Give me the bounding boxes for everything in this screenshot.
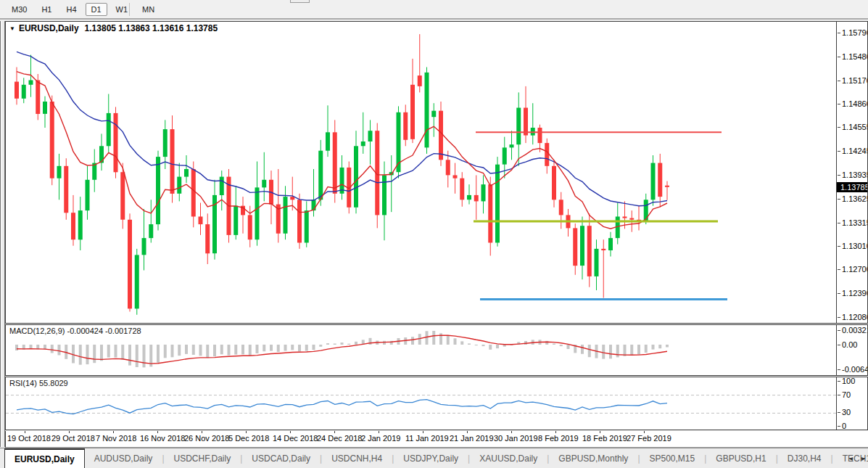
rsi-indicator-panel: RSI(14) 55.8029 10070300 [5,377,868,430]
chart-tab-usdchf[interactable]: USDCHF,Daily [165,448,241,468]
rsi-title: RSI(14) [9,379,37,387]
macd-axis[interactable]: 0.0032160.00-0.006482 [837,325,867,375]
date-axis-label: 19 Oct 2018 [7,434,51,443]
timeframe-button-mn[interactable]: MN [136,3,160,16]
price-chart-plot[interactable]: ▼EURUSD,Daily1.13805 1.13863 1.13616 1.1… [6,22,837,323]
rsi-axis-label: 100 [837,377,855,386]
date-axis-label: 29 Oct 2018 [51,434,95,443]
macd-histogram [15,331,669,367]
chart-tab-eurusd[interactable]: EURUSD,Daily [4,448,85,468]
date-axis-label: 26 Nov 2018 [184,434,229,443]
chart-tab-dj30[interactable]: DJ30,H4 [778,448,831,468]
price-axis-label: 1.13935 [837,171,867,180]
candlesticks [15,34,669,315]
date-axis-tick [290,431,291,433]
chart-tab-sp500[interactable]: SP500,M15 [640,448,705,468]
rsi-line [17,400,667,414]
chart-title: ▼EURUSD,Daily1.13805 1.13863 1.13616 1.1… [9,23,218,33]
date-axis-label: 8 Feb 2019 [538,434,579,443]
macd-plot[interactable]: MACD(12,26,9) -0.000424 -0.001728 [6,325,837,375]
timeframe-button-group: M30H1H4D1W1MN [4,0,162,16]
date-axis-label: 11 Jan 2019 [405,434,449,443]
price-axis-label: 1.15480 [837,52,867,62]
chart-tab-xauusd[interactable]: XAUUSD,Daily [470,448,547,468]
main-chart-panel: ▼EURUSD,Daily1.13805 1.13863 1.13616 1.1… [5,21,868,324]
price-axis-label: 1.15170 [837,76,867,86]
date-axis-tick [511,431,512,433]
tab-scroll-left-icon[interactable]: ◂ [849,454,853,462]
date-axis-tick [246,431,247,433]
date-axis-label: 18 Feb 2019 [582,434,627,443]
chart-tab-usdcnh[interactable]: USDCNH,H4 [322,448,392,468]
price-axis[interactable]: 1.157901.154801.151701.148601.145551.142… [837,22,867,323]
chart-tab-usdcad[interactable]: USDCAD,Daily [242,448,320,468]
timeframe-button-d1[interactable]: D1 [86,3,107,16]
rsi-value: 55.8029 [39,379,68,387]
rsi-plot[interactable]: RSI(14) 55.8029 [6,377,837,430]
timeframe-button-h4[interactable]: H4 [60,3,82,16]
price-axis-label: 1.13010 [837,242,867,251]
tab-scroll-right-icon[interactable]: ▸ [861,454,865,462]
rsi-axis[interactable]: 10070300 [837,377,867,430]
chart-tab-usdjpy[interactable]: USDJPY,Daily [394,448,468,468]
toolbar-remnant [290,0,310,3]
chart-tab-gbpusd[interactable]: GBPUSD,Monthly [549,448,637,468]
date-axis-label: 5 Dec 2018 [228,434,269,443]
date-axis-label: 14 Dec 2018 [273,434,318,443]
chart-symbol-label: EURUSD,Daily [19,23,79,33]
date-axis-tick [113,431,114,433]
date-axis-tick [25,431,25,433]
date-axis-tick [423,431,423,433]
price-axis-label: 1.14245 [837,147,867,156]
rsi-axis-label: 70 [837,390,851,400]
window-left-frame [0,21,5,447]
macd-indicator-panel: MACD(12,26,9) -0.000424 -0.001728 0.0032… [5,324,868,376]
price-axis-label: 1.14555 [837,123,867,132]
toolbar-separator [129,3,130,16]
date-axis-tick [555,431,556,433]
chart-ohlc-values: 1.13805 1.13863 1.13616 1.13785 [85,23,218,33]
price-axis-label: 1.13625 [837,194,867,204]
chart-tab-audusd[interactable]: AUDUSD,Daily [85,448,162,468]
macd-axis-label: 0.003216 [837,326,867,335]
timeframe-button-h1[interactable]: H1 [36,3,57,16]
date-axis-label: 24 Dec 2018 [317,434,362,443]
chart-dropdown-icon[interactable]: ▼ [9,25,15,32]
rsi-level-lines [6,395,836,414]
rsi-axis-label: 0 [837,422,846,430]
date-axis-label: 21 Jan 2019 [450,434,494,443]
rsi-canvas[interactable] [6,377,836,430]
rsi-label: RSI(14) 55.8029 [9,379,68,387]
price-axis-label: 1.15790 [837,28,867,38]
date-axis-tick [157,431,158,433]
timeframe-toolbar: M30H1H4D1W1MN [0,0,868,20]
date-axis[interactable]: 19 Oct 201829 Oct 20187 Nov 201816 Nov 2… [5,431,868,448]
date-axis-tick [600,431,600,433]
date-axis-tick [644,431,645,433]
price-axis-label: 1.13315 [837,218,867,228]
price-axis-label: 1.14860 [837,99,867,109]
date-axis-label: 7 Nov 2018 [96,434,136,443]
price-chart-canvas[interactable] [6,22,836,323]
date-axis-tick [467,431,468,433]
chart-tab-bar: EURUSD,DailyAUDUSD,Daily|USDCHF,Daily|US… [0,448,868,468]
price-axis-label: 1.12700 [837,265,867,274]
macd-axis-label: -0.006482 [837,365,867,374]
timeframe-button-w1[interactable]: W1 [110,3,134,16]
macd-values: -0.000424 -0.001728 [67,327,141,335]
rsi-axis-label: 30 [837,408,851,417]
date-axis-tick [202,431,202,433]
price-axis-label: 1.12080 [837,313,867,322]
timeframe-button-m30[interactable]: M30 [6,3,33,16]
macd-axis-label: 0.00 [837,340,857,350]
macd-title: MACD(12,26,9) [9,327,65,335]
date-axis-label: 2 Jan 2019 [361,434,400,443]
date-axis-tick [334,431,335,433]
date-axis-tick [379,431,379,433]
date-axis-label: 30 Jan 2019 [494,434,538,443]
chart-tab-gbpusd[interactable]: GBPUSD,H1 [706,448,775,468]
date-axis-label: 16 Nov 2018 [140,434,185,443]
macd-label: MACD(12,26,9) -0.000424 -0.001728 [9,327,141,335]
mt4-trading-app: M30H1H4D1W1MN ▼EURUSD,Daily1.13805 1.138… [0,0,868,468]
current-price-tag: 1.13785 [837,182,867,192]
